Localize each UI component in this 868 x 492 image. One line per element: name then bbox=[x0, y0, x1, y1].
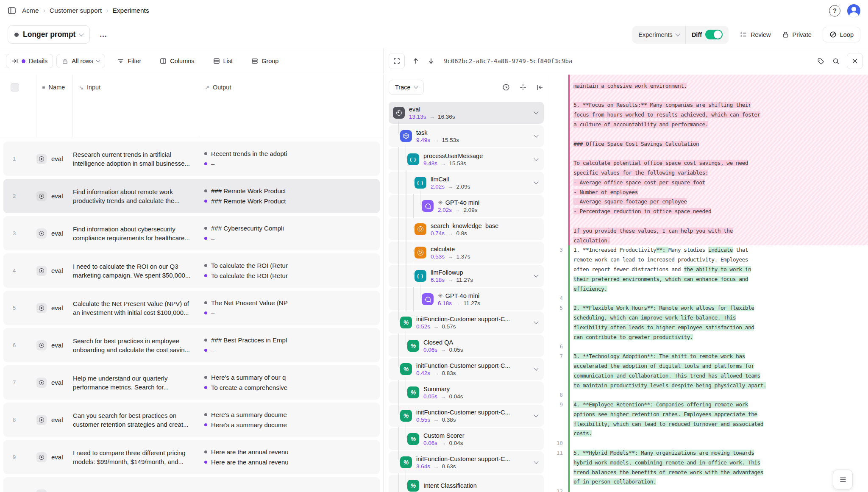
span-name: initFunction-Customer support-C... bbox=[416, 456, 510, 462]
added-text: the ability to work in bbox=[684, 266, 751, 272]
tag-button[interactable] bbox=[814, 54, 827, 68]
arrow-icon: → bbox=[440, 393, 446, 400]
chevron-down-icon[interactable] bbox=[534, 156, 538, 161]
experiment-selector[interactable]: Longer prompt bbox=[8, 25, 90, 44]
added-text: to maintain productivity levels despite … bbox=[573, 382, 766, 389]
span-label: search_knowledge_base bbox=[431, 222, 498, 229]
trace-tree-item[interactable]: %Intent Classification bbox=[389, 475, 544, 492]
line-number bbox=[549, 197, 568, 207]
filter-button[interactable]: Filter bbox=[113, 54, 146, 68]
chevron-down-icon[interactable] bbox=[534, 319, 538, 324]
tree-rail bbox=[406, 170, 406, 195]
table-row[interactable]: 10evalResearch industry standards for Sa… bbox=[3, 477, 380, 492]
select-all-checkbox[interactable] bbox=[11, 83, 19, 92]
trace-tree-item[interactable]: eval13.13s→16.36s bbox=[389, 102, 544, 124]
table-row[interactable]: 8evalCan you search for best practices o… bbox=[3, 403, 380, 437]
trace-tree-item[interactable]: calculate0.53s→1.37s bbox=[389, 242, 544, 264]
row-number: 6 bbox=[3, 342, 36, 348]
trace-tree-item[interactable]: ( )processUserMessage9.48s→15.53s bbox=[389, 148, 544, 170]
trace-tree-item[interactable]: %initFunction-Customer support-C...0.52s… bbox=[389, 311, 544, 334]
trace-tree-item[interactable]: %initFunction-Customer support-C...0.42s… bbox=[389, 358, 544, 380]
collapse-icon[interactable] bbox=[536, 83, 544, 91]
bullet-icon bbox=[204, 349, 207, 352]
list-button[interactable]: List bbox=[209, 54, 238, 68]
diff-line bbox=[568, 439, 868, 448]
bullet-icon bbox=[204, 152, 207, 155]
columns-icon bbox=[160, 58, 167, 64]
row-output-cell: Here are the annual revenuHere are the a… bbox=[199, 448, 380, 466]
duration-primary: 0.52s bbox=[416, 323, 430, 330]
trace-tree-item[interactable]: ✳GPT-4o mini2.02s→2.09s bbox=[389, 195, 544, 217]
column-header-name[interactable]: ≡ Name bbox=[36, 75, 73, 137]
content-menu-button[interactable] bbox=[833, 470, 853, 489]
chevron-down-icon[interactable] bbox=[534, 109, 538, 114]
trace-tree-item[interactable]: %Closed QA0.06s→0.05s bbox=[389, 335, 544, 357]
chevron-down-icon[interactable] bbox=[534, 366, 538, 370]
trace-tree-item[interactable]: %initFunction-Customer support-C...0.55s… bbox=[389, 405, 544, 427]
breadcrumb-page[interactable]: Experiments bbox=[112, 7, 149, 14]
trace-view-dropdown[interactable]: Trace bbox=[389, 80, 424, 95]
table-row[interactable]: 9evalI need to compare three different p… bbox=[3, 440, 380, 474]
breadcrumb-project[interactable]: Customer support bbox=[50, 7, 102, 14]
experiments-dropdown[interactable]: Experiments bbox=[632, 26, 685, 44]
table-row[interactable]: 2evalFind information about remote work … bbox=[3, 179, 380, 213]
output-line: Here's a summary docume bbox=[204, 421, 380, 428]
chevron-down-icon[interactable] bbox=[534, 459, 538, 464]
chevron-down-icon[interactable] bbox=[534, 272, 538, 277]
loop-button[interactable]: Loop bbox=[823, 27, 860, 42]
row-name-cell: eval bbox=[36, 340, 73, 350]
trace-tree-item[interactable]: ( )llmCall2.02s→2.09s bbox=[389, 172, 544, 194]
bullet-icon bbox=[204, 189, 207, 192]
trace-tree-item[interactable]: %initFunction-Customer support-C...3.64s… bbox=[389, 451, 544, 473]
span-name: Closed QA bbox=[423, 339, 463, 346]
trace-tree-item[interactable]: task9.49s→15.53s bbox=[389, 125, 544, 147]
review-button[interactable]: Review bbox=[740, 31, 771, 39]
table-row[interactable]: 1evalResearch current trends in artifici… bbox=[3, 142, 380, 176]
duration-secondary: 0.04s bbox=[449, 440, 463, 446]
crosshair-icon[interactable] bbox=[519, 83, 527, 91]
trace-tree-item[interactable]: ( )llmFollowup6.18s→11.27s bbox=[389, 265, 544, 287]
bullet-icon bbox=[204, 450, 207, 453]
chevron-down-icon[interactable] bbox=[534, 412, 538, 417]
table-row[interactable]: 4evalI need to calculate the ROI on our … bbox=[3, 253, 380, 288]
search-button[interactable] bbox=[829, 54, 843, 68]
details-button[interactable]: Details bbox=[6, 54, 53, 68]
arrow-icon: → bbox=[433, 463, 439, 470]
breadcrumb-app[interactable]: Acme bbox=[22, 7, 39, 14]
more-options-button[interactable]: … bbox=[97, 28, 110, 41]
avatar[interactable] bbox=[847, 4, 860, 17]
trace-tree-item[interactable]: %Custom Scorer0.06s→0.04s bbox=[389, 428, 544, 450]
group-button[interactable]: Group bbox=[247, 54, 283, 68]
output-text: ### Remote Work Product bbox=[211, 187, 286, 195]
clock-icon[interactable] bbox=[502, 83, 510, 91]
trace-tree-item[interactable]: search_knowledge_base0.74s→0.8s bbox=[389, 218, 544, 240]
help-icon[interactable]: ? bbox=[829, 5, 840, 17]
table-row[interactable]: 6evalSearch for best practices in employ… bbox=[3, 328, 380, 362]
expand-trace-button[interactable] bbox=[389, 53, 405, 69]
table-row[interactable]: 7evalHelp me understand our quarterly pe… bbox=[3, 365, 380, 400]
table-row[interactable]: 5evalCalculate the Net Present Value (NP… bbox=[3, 291, 380, 325]
duration-secondary: 1.37s bbox=[456, 253, 470, 260]
trace-tree-item[interactable]: %Summary0.05s→0.04s bbox=[389, 381, 544, 403]
close-panel-button[interactable] bbox=[847, 53, 863, 69]
next-row-button[interactable] bbox=[424, 54, 438, 68]
diff-line bbox=[568, 130, 868, 139]
table-row[interactable]: 3evalFind information about cybersecurit… bbox=[3, 216, 380, 250]
trace-tree: eval13.13s→16.36stask9.49s→15.53s( )proc… bbox=[389, 102, 544, 492]
chevron-down-icon[interactable] bbox=[534, 133, 538, 137]
sidebar-toggle-icon[interactable] bbox=[8, 6, 16, 15]
column-header-output[interactable]: ↗ Output bbox=[199, 75, 383, 137]
previous-row-button[interactable] bbox=[409, 54, 423, 68]
private-button[interactable]: Private bbox=[782, 31, 812, 38]
added-line: costs. bbox=[573, 429, 868, 439]
row-output-cell: ### Best Practices in Empl– bbox=[199, 336, 380, 354]
input-header-label: Input bbox=[87, 84, 100, 91]
chevron-down-icon[interactable] bbox=[534, 179, 538, 184]
all-rows-dropdown[interactable]: All rows bbox=[56, 54, 105, 68]
span-durations: 0.53s→1.37s bbox=[431, 253, 470, 260]
columns-button[interactable]: Columns bbox=[155, 54, 199, 68]
diff-row bbox=[549, 130, 868, 139]
trace-tree-item[interactable]: ✳GPT-4o mini6.18s→11.27s bbox=[389, 288, 544, 310]
column-header-input[interactable]: ↘ Input bbox=[73, 75, 199, 137]
diff-toggle[interactable] bbox=[705, 30, 723, 39]
